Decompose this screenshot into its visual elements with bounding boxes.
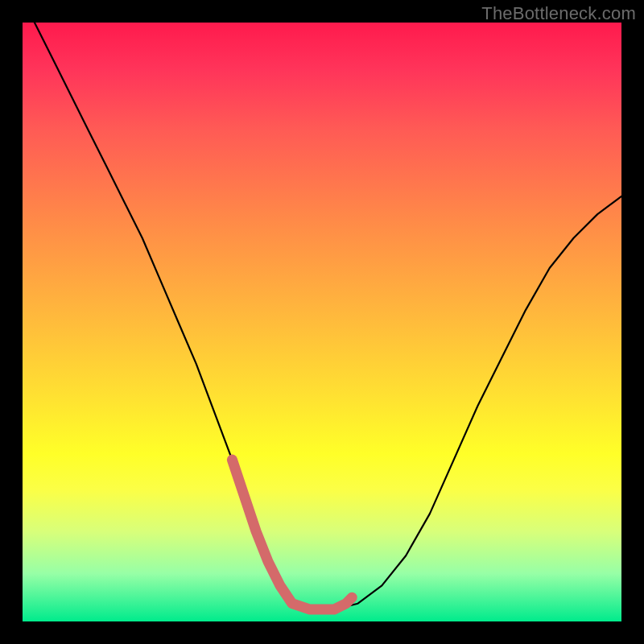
chart-plot-area [23,23,621,621]
watermark-text: TheBottleneck.com [481,3,636,24]
chart-svg [23,23,621,621]
bottleneck-curve [35,23,621,609]
optimal-zone-marker [232,460,352,609]
